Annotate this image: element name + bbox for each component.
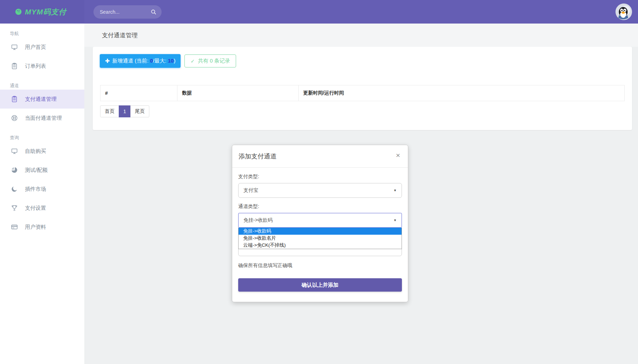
pagination-current-page[interactable]: 1 [119, 105, 131, 117]
sidebar-section-nav: 导航 [10, 31, 84, 37]
monitor-icon [11, 148, 18, 155]
sidebar-section-channel: 通道 [10, 83, 84, 89]
sidebar-item-label: 当面付通道管理 [25, 115, 62, 122]
add-payment-channel-modal: 添加支付通道 × 支付类型: 支付宝 ▼ 通道类型: 免挂->收款码 ▼ 免挂-… [232, 145, 408, 302]
brand: MYM码支付 [0, 0, 84, 24]
logo-icon [15, 8, 22, 15]
sidebar-item-payment-settings[interactable]: 支付设置 [0, 199, 84, 217]
app-title: MYM码支付 [25, 7, 66, 17]
check-icon: ✓ [190, 58, 195, 64]
sidebar-item-label: 自助购买 [25, 148, 46, 155]
sidebar-item-label: 订单列表 [25, 63, 46, 70]
pagination-first-button[interactable]: 首页 [100, 105, 119, 117]
channel-table: # 数据 更新时间/运行时间 [100, 85, 625, 101]
modal-body: 支付类型: 支付宝 ▼ 通道类型: 免挂->收款码 ▼ 免挂->收款码 免挂->… [232, 168, 408, 292]
credit-card-icon [11, 223, 18, 230]
confirm-add-button[interactable]: 确认以上并添加 [238, 278, 402, 292]
page-header: 支付通道管理 [84, 24, 638, 47]
channel-type-label: 通道类型: [238, 203, 402, 210]
modal-title: 添加支付通道 [239, 153, 276, 160]
clipboard-icon [11, 96, 18, 103]
sidebar-item-label: 插件市场 [25, 186, 46, 193]
search-input[interactable] [100, 9, 150, 15]
channel-type-select[interactable]: 免挂->收款码 ▼ [238, 213, 402, 228]
channel-type-selected-value: 免挂->收款码 [243, 217, 273, 223]
sidebar-item-payment-channel-mgmt[interactable]: 支付通道管理 [0, 90, 84, 109]
life-ring-icon [11, 115, 18, 122]
page-title: 支付通道管理 [102, 31, 138, 39]
search-box[interactable] [93, 5, 162, 19]
pay-type-select[interactable]: 支付宝 ▼ [238, 183, 402, 198]
sidebar-item-label: 支付通道管理 [25, 96, 57, 103]
add-channel-button[interactable]: ✚ 新增通道 (当前: 0/最大: 10) [100, 54, 181, 68]
modal-header: 添加支付通道 × [232, 145, 408, 168]
sidebar-item-label: 用户首页 [25, 44, 46, 51]
plus-icon: ✚ [105, 58, 110, 64]
sidebar-item-label: 支付设置 [25, 205, 46, 212]
sidebar-item-test-quota[interactable]: 测试/配额 [0, 161, 84, 180]
pagination-last-button[interactable]: 尾页 [130, 105, 149, 117]
chevron-down-icon: ▼ [393, 189, 397, 192]
close-icon[interactable]: × [394, 151, 402, 160]
sidebar-item-user-profile[interactable]: 用户资料 [0, 217, 84, 236]
add-channel-label: 新增通道 (当前: 0/最大: 10) [112, 58, 175, 64]
monitor-icon [11, 44, 18, 51]
pay-type-selected-value: 支付宝 [243, 187, 258, 194]
dropdown-option-card[interactable]: 免挂->收款名片 [239, 235, 402, 242]
trophy-icon [11, 204, 18, 212]
avatar[interactable] [616, 4, 632, 20]
sidebar-item-order-list[interactable]: 订单列表 [0, 57, 84, 76]
moon-icon [11, 186, 18, 193]
pie-chart-icon [11, 167, 18, 174]
clipboard-icon [11, 63, 18, 70]
table-header-data: 数据 [177, 85, 298, 101]
sidebar-item-label: 测试/配额 [25, 167, 47, 174]
records-count-button[interactable]: ✓ 共有 0 条记录 [184, 54, 236, 67]
sidebar-item-self-purchase[interactable]: 自助购买 [0, 142, 84, 161]
chevron-down-icon: ▼ [393, 219, 397, 222]
sidebar-item-f2f-channel-mgmt[interactable]: 当面付通道管理 [0, 109, 84, 128]
form-hint: 确保所有信息填写正确哦 [238, 262, 402, 269]
dropdown-option-cloud[interactable]: 云端->免CK(不掉线) [239, 242, 402, 249]
table-header-index: # [100, 85, 177, 101]
channel-list-card: ✚ 新增通道 (当前: 0/最大: 10) ✓ 共有 0 条记录 # 数据 更新… [93, 47, 632, 130]
search-icon[interactable] [150, 9, 157, 15]
dropdown-option-qr[interactable]: 免挂->收款码 [239, 228, 402, 235]
pay-type-label: 支付类型: [238, 174, 402, 180]
sidebar-item-user-home[interactable]: 用户首页 [0, 38, 84, 57]
top-bar: MYM码支付 [0, 0, 638, 24]
pagination: 首页 1 尾页 [100, 105, 632, 117]
sidebar-item-plugin-market[interactable]: 插件市场 [0, 180, 84, 199]
table-header-time: 更新时间/运行时间 [298, 85, 624, 101]
sidebar-section-query: 查询 [10, 135, 84, 141]
sidebar-item-label: 用户资料 [25, 224, 46, 230]
channel-type-dropdown: 免挂->收款码 免挂->收款名片 云端->免CK(不掉线) [238, 228, 402, 249]
sidebar: 导航 用户首页 订单列表 通道 支付通道管理 当面付通道管理 查询 自助购买 [0, 24, 84, 364]
records-count-label: 共有 0 条记录 [198, 58, 230, 64]
